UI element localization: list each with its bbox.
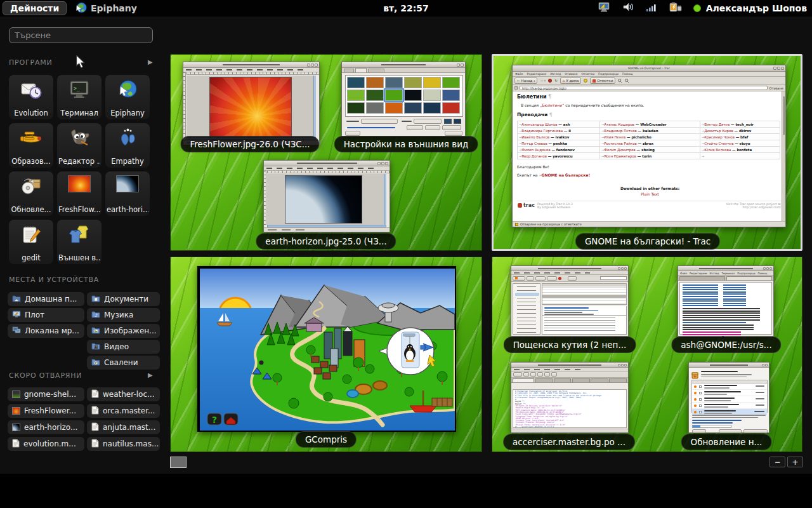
- bookmarks-button[interactable]: Отметки: [590, 77, 615, 84]
- wallpaper-thumbnail[interactable]: [347, 77, 365, 88]
- window-epiphany-trac[interactable]: GNOME на български! - Trac ФайлРедактира…: [512, 65, 786, 227]
- wallpaper-thumbnail[interactable]: [366, 102, 384, 114]
- display-icon[interactable]: [598, 2, 611, 15]
- network-signal-icon[interactable]: [646, 3, 657, 15]
- go-button[interactable]: Отиване: [769, 86, 783, 90]
- menu-item[interactable]: Отметки: [582, 72, 595, 76]
- wallpaper-thumbnail[interactable]: [442, 102, 460, 114]
- translator-link[interactable]: Владимира Гиргинова: [521, 129, 563, 133]
- updates-list[interactable]: [691, 380, 768, 413]
- menu-item[interactable]: Отиване: [565, 72, 577, 76]
- place-pictures[interactable]: Изображен...: [87, 324, 160, 338]
- window-terminal[interactable]: ФайлРедактиранеИзгледТерминалПодпрозорци…: [678, 265, 774, 337]
- get-more-backgrounds-link[interactable]: [347, 127, 395, 128]
- window-gimp-freshflower[interactable]: [183, 62, 320, 145]
- wallpaper-thumbnail[interactable]: [442, 90, 460, 101]
- wallpaper-thumbnail[interactable]: [347, 102, 365, 114]
- translator-link[interactable]: Ясен Праматаров: [604, 154, 636, 158]
- wallpaper-thumbnail[interactable]: [366, 77, 384, 88]
- epiphany-menu-bar[interactable]: ФайлРедактиранеИзгледОтиванеОтметкиПодпр…: [513, 72, 785, 77]
- wallpaper-thumbnail[interactable]: [385, 77, 403, 88]
- menu-item[interactable]: Редактиране: [527, 72, 546, 76]
- wallpaper-thumbnail[interactable]: [347, 90, 365, 101]
- close-button[interactable]: [445, 131, 462, 136]
- recent-item[interactable]: nautilus.mas...: [87, 437, 160, 451]
- info-link-1[interactable]: [692, 420, 742, 421]
- recent-item[interactable]: FreshFlower...: [8, 404, 84, 418]
- recent-item[interactable]: gnome-shel...: [8, 387, 84, 401]
- color-swatch-1[interactable]: [444, 119, 452, 124]
- window-appearance-preferences[interactable]: [341, 62, 466, 137]
- zoom-out-icon[interactable]: [625, 79, 629, 83]
- mail-search-field[interactable]: [600, 276, 627, 280]
- translator-link[interactable]: Юлия Велкова: [704, 148, 731, 152]
- mail-message-list[interactable]: [542, 283, 627, 305]
- remove-workspace-button[interactable]: −: [769, 457, 785, 467]
- translator-link[interactable]: Атанас Кошаров: [604, 123, 634, 126]
- volume-icon[interactable]: [622, 2, 634, 15]
- menu-item[interactable]: Изглед: [710, 272, 719, 275]
- terminal-tabs[interactable]: [678, 276, 773, 281]
- menu-item[interactable]: Терминал: [722, 272, 735, 275]
- wallpaper-thumbnail[interactable]: [385, 102, 403, 114]
- place-downloads[interactable]: Свалени: [87, 356, 160, 370]
- place-documents[interactable]: Документи: [87, 292, 160, 306]
- place-videos[interactable]: Видео: [87, 340, 160, 354]
- menu-item[interactable]: Подпрозорци: [737, 272, 755, 275]
- programs-expand-icon[interactable]: ▶: [148, 58, 153, 65]
- home-button[interactable]: ⌂У дома: [560, 77, 581, 84]
- mail-folder-tree[interactable]: [513, 283, 540, 335]
- style-dropdown[interactable]: [361, 119, 398, 124]
- translator-link[interactable]: Филип Димитров: [604, 148, 636, 152]
- gimp-vscrollbar[interactable]: [384, 174, 386, 225]
- translator-link[interactable]: Ростислав Райков: [604, 142, 637, 145]
- stop-icon[interactable]: [548, 79, 552, 83]
- window-evolution-mail[interactable]: [511, 265, 629, 337]
- recent-item[interactable]: anjuta.mast...: [87, 420, 160, 434]
- app-tile-appearance[interactable]: Външен в...: [57, 220, 102, 264]
- forward-button[interactable]: → ▾: [540, 79, 546, 83]
- wallpaper-grid[interactable]: [345, 75, 463, 117]
- app-tile-gedit[interactable]: gedit: [9, 220, 53, 264]
- translator-link[interactable]: Петър Славов: [521, 142, 547, 145]
- home-button[interactable]: [224, 413, 238, 425]
- recent-item[interactable]: earth-horizo...: [8, 420, 84, 434]
- translator-link[interactable]: Явор Доганов: [521, 154, 547, 158]
- zoom-in-icon[interactable]: [618, 79, 622, 83]
- translator-link[interactable]: Красимир Чонов: [704, 135, 735, 139]
- trac-url-link[interactable]: http://trac.edgewall.com/: [742, 206, 781, 209]
- wallpaper-thumbnail[interactable]: [404, 102, 422, 114]
- place-local-network[interactable]: Локална мр...: [8, 324, 84, 338]
- translator-link[interactable]: Димитър Киров: [704, 129, 733, 133]
- terminal-menu-bar[interactable]: ФайлРедактиранеИзгледТерминалПодпрозорци…: [678, 271, 773, 276]
- gimp-vscrollbar[interactable]: [313, 76, 316, 137]
- recent-item[interactable]: weather-loc...: [87, 387, 160, 401]
- reload-icon[interactable]: ↻: [554, 79, 558, 83]
- app-tile-software-update[interactable]: Обновле...: [9, 171, 53, 216]
- color-swatch-2[interactable]: [454, 119, 461, 124]
- help-button[interactable]: [345, 131, 360, 136]
- app-tile-gcompris[interactable]: Образов...: [9, 123, 53, 168]
- appearance-button-3[interactable]: [442, 125, 461, 130]
- battery-icon[interactable]: [668, 2, 682, 15]
- workspace-indicator[interactable]: [170, 457, 187, 468]
- shading-dropdown[interactable]: [414, 119, 442, 124]
- translator-link[interactable]: Александър Шопов: [521, 123, 557, 126]
- page-scrollbar[interactable]: [782, 91, 785, 221]
- appearance-button-1[interactable]: [407, 125, 423, 130]
- add-workspace-button[interactable]: +: [787, 457, 803, 467]
- selected-message-row[interactable]: [542, 295, 626, 298]
- window-gedit-accerciser[interactable]: # Bulgarian translation of accerciser po…: [511, 362, 629, 433]
- focused-app-menu[interactable]: Epiphany: [75, 0, 137, 17]
- translator-link[interactable]: Филип Андонов: [521, 148, 550, 152]
- check-updates-button[interactable]: [719, 429, 742, 434]
- plain-text-link[interactable]: Plain Text: [517, 192, 783, 196]
- recent-expand-icon[interactable]: ▶: [148, 371, 153, 378]
- wallpaper-thumbnail[interactable]: [366, 90, 384, 101]
- wallpaper-thumbnail[interactable]: [423, 77, 441, 88]
- app-tile-empathy[interactable]: Empathy: [105, 123, 150, 168]
- team-link[interactable]: GNOME на български!: [542, 173, 591, 177]
- translator-link[interactable]: Ивайло Вълков: [521, 135, 549, 139]
- window-gimp-earth-horizon[interactable]: [263, 160, 390, 232]
- place-music[interactable]: ♪ Музика: [87, 308, 160, 322]
